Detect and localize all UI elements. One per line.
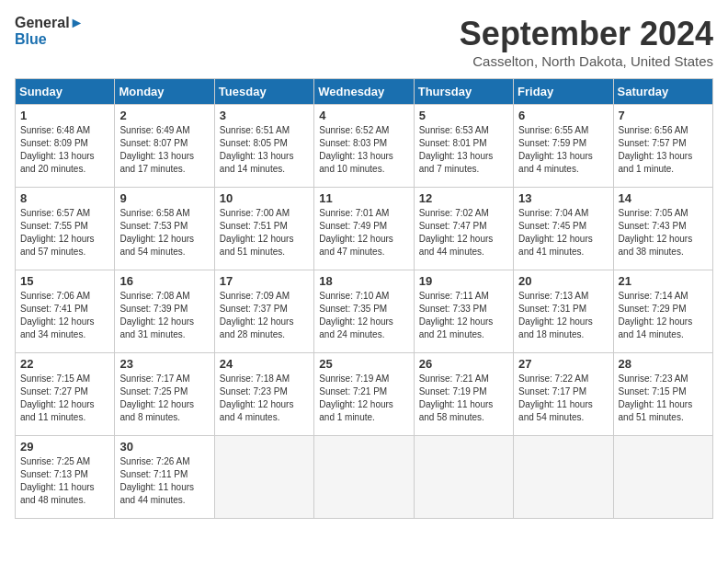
day-number: 19	[419, 274, 508, 288]
day-number: 12	[419, 191, 508, 205]
day-info: Sunrise: 7:19 AMSunset: 7:21 PMDaylight:…	[319, 373, 393, 422]
day-number: 17	[220, 274, 309, 288]
calendar-cell: 1 Sunrise: 6:48 AMSunset: 8:09 PMDayligh…	[16, 105, 115, 188]
page-header: General► Blue September 2024 Casselton, …	[15, 15, 713, 69]
calendar-cell	[514, 436, 613, 519]
day-info: Sunrise: 7:21 AMSunset: 7:19 PMDaylight:…	[419, 373, 494, 422]
day-info: Sunrise: 6:52 AMSunset: 8:03 PMDaylight:…	[319, 125, 393, 174]
calendar-week-row: 8 Sunrise: 6:57 AMSunset: 7:55 PMDayligh…	[16, 188, 713, 270]
day-info: Sunrise: 6:48 AMSunset: 8:09 PMDaylight:…	[20, 125, 95, 174]
day-number: 20	[518, 274, 608, 288]
calendar-cell: 8 Sunrise: 6:57 AMSunset: 7:55 PMDayligh…	[16, 188, 115, 270]
month-title: September 2024	[460, 15, 713, 53]
calendar-cell	[314, 436, 414, 519]
day-number: 27	[518, 357, 608, 371]
day-number: 24	[220, 357, 309, 371]
day-number: 15	[20, 274, 109, 288]
calendar-cell: 7 Sunrise: 6:56 AMSunset: 7:57 PMDayligh…	[613, 105, 712, 188]
weekday-header-friday: Friday	[514, 79, 613, 105]
calendar-cell	[613, 436, 712, 519]
weekday-header-sunday: Sunday	[16, 79, 115, 105]
day-number: 9	[119, 191, 209, 205]
calendar-cell: 18 Sunrise: 7:10 AMSunset: 7:35 PMDaylig…	[314, 270, 414, 353]
calendar-cell: 5 Sunrise: 6:53 AMSunset: 8:01 PMDayligh…	[414, 105, 513, 188]
day-info: Sunrise: 7:26 AMSunset: 7:11 PMDaylight:…	[119, 456, 194, 505]
calendar-cell: 15 Sunrise: 7:06 AMSunset: 7:41 PMDaylig…	[16, 270, 115, 353]
weekday-header-monday: Monday	[115, 79, 214, 105]
day-number: 23	[119, 357, 209, 371]
day-number: 22	[20, 357, 109, 371]
calendar-cell: 27 Sunrise: 7:22 AMSunset: 7:17 PMDaylig…	[514, 353, 613, 436]
calendar-cell: 19 Sunrise: 7:11 AMSunset: 7:33 PMDaylig…	[414, 270, 513, 353]
calendar-cell: 13 Sunrise: 7:04 AMSunset: 7:45 PMDaylig…	[514, 188, 613, 270]
day-number: 25	[319, 357, 408, 371]
calendar-cell: 22 Sunrise: 7:15 AMSunset: 7:27 PMDaylig…	[16, 353, 115, 436]
calendar-cell: 25 Sunrise: 7:19 AMSunset: 7:21 PMDaylig…	[314, 353, 414, 436]
calendar-cell: 6 Sunrise: 6:55 AMSunset: 7:59 PMDayligh…	[514, 105, 613, 188]
day-number: 18	[319, 274, 408, 288]
calendar-week-row: 1 Sunrise: 6:48 AMSunset: 8:09 PMDayligh…	[16, 105, 713, 188]
weekday-header-wednesday: Wednesday	[314, 79, 414, 105]
day-info: Sunrise: 7:06 AMSunset: 7:41 PMDaylight:…	[20, 291, 95, 339]
day-info: Sunrise: 7:09 AMSunset: 7:37 PMDaylight:…	[220, 291, 294, 339]
day-info: Sunrise: 7:25 AMSunset: 7:13 PMDaylight:…	[20, 456, 95, 505]
calendar-cell: 28 Sunrise: 7:23 AMSunset: 7:15 PMDaylig…	[613, 353, 712, 436]
calendar-cell: 16 Sunrise: 7:08 AMSunset: 7:39 PMDaylig…	[115, 270, 214, 353]
day-number: 4	[319, 109, 408, 122]
weekday-header-row: SundayMondayTuesdayWednesdayThursdayFrid…	[16, 79, 713, 105]
calendar-cell: 3 Sunrise: 6:51 AMSunset: 8:05 PMDayligh…	[214, 105, 313, 188]
calendar-cell: 12 Sunrise: 7:02 AMSunset: 7:47 PMDaylig…	[414, 188, 513, 270]
calendar-cell: 2 Sunrise: 6:49 AMSunset: 8:07 PMDayligh…	[115, 105, 214, 188]
day-number: 7	[619, 109, 708, 122]
day-info: Sunrise: 7:00 AMSunset: 7:51 PMDaylight:…	[220, 208, 294, 257]
day-number: 1	[20, 109, 109, 122]
calendar-cell: 30 Sunrise: 7:26 AMSunset: 7:11 PMDaylig…	[115, 436, 214, 519]
calendar-week-row: 15 Sunrise: 7:06 AMSunset: 7:41 PMDaylig…	[16, 270, 713, 353]
title-area: September 2024 Casselton, North Dakota, …	[460, 15, 713, 69]
calendar-table: SundayMondayTuesdayWednesdayThursdayFrid…	[15, 78, 713, 519]
calendar-cell: 9 Sunrise: 6:58 AMSunset: 7:53 PMDayligh…	[115, 188, 214, 270]
day-info: Sunrise: 7:08 AMSunset: 7:39 PMDaylight:…	[119, 291, 194, 339]
day-info: Sunrise: 7:23 AMSunset: 7:15 PMDaylight:…	[619, 373, 693, 422]
day-number: 2	[119, 109, 209, 122]
day-info: Sunrise: 7:02 AMSunset: 7:47 PMDaylight:…	[419, 208, 494, 257]
day-info: Sunrise: 7:14 AMSunset: 7:29 PMDaylight:…	[619, 291, 693, 339]
day-info: Sunrise: 7:05 AMSunset: 7:43 PMDaylight:…	[619, 208, 693, 257]
logo-text: General► Blue	[15, 15, 84, 47]
day-info: Sunrise: 7:10 AMSunset: 7:35 PMDaylight:…	[319, 291, 393, 339]
weekday-header-saturday: Saturday	[613, 79, 712, 105]
day-info: Sunrise: 6:58 AMSunset: 7:53 PMDaylight:…	[119, 208, 194, 257]
day-number: 28	[619, 357, 708, 371]
day-number: 21	[619, 274, 708, 288]
weekday-header-thursday: Thursday	[414, 79, 513, 105]
day-number: 26	[419, 357, 508, 371]
day-info: Sunrise: 6:51 AMSunset: 8:05 PMDaylight:…	[220, 125, 294, 174]
calendar-cell: 23 Sunrise: 7:17 AMSunset: 7:25 PMDaylig…	[115, 353, 214, 436]
day-number: 6	[518, 109, 608, 122]
logo: General► Blue	[15, 15, 84, 47]
day-info: Sunrise: 7:17 AMSunset: 7:25 PMDaylight:…	[119, 373, 194, 422]
day-number: 8	[20, 191, 109, 205]
calendar-cell: 21 Sunrise: 7:14 AMSunset: 7:29 PMDaylig…	[613, 270, 712, 353]
calendar-cell	[414, 436, 513, 519]
day-info: Sunrise: 6:53 AMSunset: 8:01 PMDaylight:…	[419, 125, 494, 174]
day-info: Sunrise: 7:01 AMSunset: 7:49 PMDaylight:…	[319, 208, 393, 257]
day-info: Sunrise: 7:04 AMSunset: 7:45 PMDaylight:…	[518, 208, 593, 257]
calendar-cell: 4 Sunrise: 6:52 AMSunset: 8:03 PMDayligh…	[314, 105, 414, 188]
calendar-cell: 24 Sunrise: 7:18 AMSunset: 7:23 PMDaylig…	[214, 353, 313, 436]
weekday-header-tuesday: Tuesday	[214, 79, 313, 105]
day-number: 10	[220, 191, 309, 205]
day-number: 14	[619, 191, 708, 205]
calendar-cell: 26 Sunrise: 7:21 AMSunset: 7:19 PMDaylig…	[414, 353, 513, 436]
day-number: 29	[20, 440, 109, 454]
day-number: 3	[220, 109, 309, 122]
calendar-cell: 14 Sunrise: 7:05 AMSunset: 7:43 PMDaylig…	[613, 188, 712, 270]
day-number: 13	[518, 191, 608, 205]
day-info: Sunrise: 6:49 AMSunset: 8:07 PMDaylight:…	[119, 125, 194, 174]
day-number: 11	[319, 191, 408, 205]
day-number: 16	[119, 274, 209, 288]
day-info: Sunrise: 7:11 AMSunset: 7:33 PMDaylight:…	[419, 291, 494, 339]
day-info: Sunrise: 7:22 AMSunset: 7:17 PMDaylight:…	[518, 373, 593, 422]
day-info: Sunrise: 6:56 AMSunset: 7:57 PMDaylight:…	[619, 125, 693, 174]
day-info: Sunrise: 6:55 AMSunset: 7:59 PMDaylight:…	[518, 125, 593, 174]
